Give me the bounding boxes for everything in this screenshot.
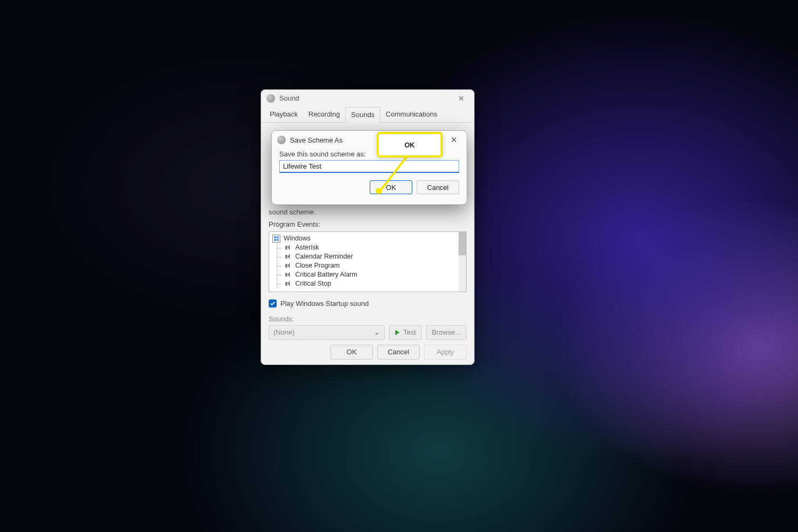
sound-icon [267,94,275,103]
save-scheme-close-button[interactable]: ✕ [446,132,461,147]
sounds-combobox-value: (None) [273,328,295,336]
sound-ok-button[interactable]: OK [330,345,373,360]
startup-sound-label: Play Windows Startup sound [280,300,369,307]
sounds-combobox[interactable]: (None) ⌄ [269,325,385,340]
annotation-endpoint-dot [376,188,382,194]
speaker-icon [285,263,292,269]
dialog-icon [277,136,286,144]
play-icon [395,330,400,335]
sound-apply-button[interactable]: Apply [424,345,467,360]
browse-button[interactable]: Browse... [426,325,467,340]
chevron-down-icon: ⌄ [374,328,380,336]
sound-title-text: Sound [279,94,454,102]
tab-communications[interactable]: Communications [380,107,443,122]
check-icon [270,301,276,306]
test-button[interactable]: Test [389,325,422,340]
speaker-icon [285,245,292,251]
speaker-icon [285,281,292,287]
sound-tabs: Playback Recording Sounds Communications [261,107,474,123]
sounds-label: Sounds: [269,315,467,323]
tab-recording[interactable]: Recording [303,107,345,122]
event-item[interactable]: Critical Stop [272,279,463,288]
event-item[interactable]: Critical Battery Alarm [272,270,463,279]
speaker-icon [285,272,292,278]
tab-playback[interactable]: Playback [264,107,303,122]
save-scheme-cancel-button[interactable]: Cancel [417,180,459,194]
save-scheme-buttons: OK Cancel [279,180,459,194]
program-events-list[interactable]: Windows Asterisk Calendar Reminder Close… [269,231,467,292]
sound-titlebar: Sound ✕ [261,90,474,107]
sound-dialog-buttons: OK Cancel Apply [261,340,474,364]
sounds-row: (None) ⌄ Test Browse... [269,325,467,340]
startup-sound-row[interactable]: Play Windows Startup sound [269,300,467,307]
tab-sounds[interactable]: Sounds [345,107,380,123]
startup-sound-checkbox[interactable] [269,300,277,307]
event-item[interactable]: Asterisk [272,243,463,252]
truncated-help-text: sound scheme. [269,208,467,216]
program-events-label: Program Events: [269,220,467,228]
scheme-name-input[interactable] [279,160,459,173]
sound-close-button[interactable]: ✕ [454,91,469,106]
annotation-ok-callout: OK [377,132,443,157]
event-item[interactable]: Calendar Reminder [272,252,463,261]
events-root-label: Windows [284,234,311,243]
windows-icon [272,235,280,243]
speaker-icon [285,254,292,260]
events-root-windows[interactable]: Windows [272,234,463,243]
sound-cancel-button[interactable]: Cancel [377,345,420,360]
event-item[interactable]: Close Program [272,261,463,270]
